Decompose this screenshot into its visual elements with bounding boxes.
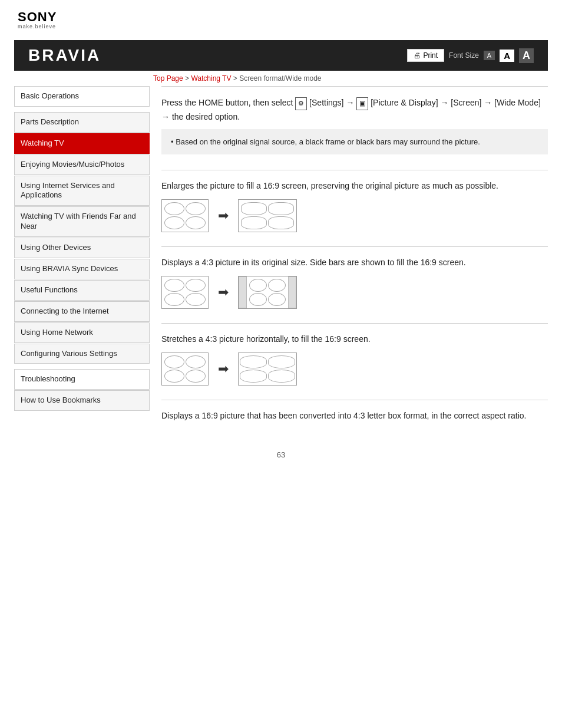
circle (268, 279, 286, 292)
breadcrumb-sep2: > (231, 74, 239, 83)
circle (164, 370, 184, 383)
right-sidebar-bar (288, 276, 296, 308)
bravia-banner: BRAVIA 🖨 Print Font Size A A A (14, 40, 548, 71)
circles-43-normal-before (162, 276, 208, 308)
mode-normal-desc: Displays a 4:3 picture in its original s… (161, 256, 548, 269)
sidebar: Basic Operations Parts Description Watch… (14, 86, 150, 439)
circle (268, 293, 286, 306)
sony-logo: SONY (18, 11, 544, 24)
breadcrumb-top-page[interactable]: Top Page (153, 74, 183, 83)
circle (241, 202, 267, 215)
sidebar-item-enjoying-movies[interactable]: Enjoying Movies/Music/Photos (14, 154, 150, 175)
print-icon: 🖨 (414, 51, 421, 60)
arrow-icon: ➡ (218, 361, 229, 377)
sidebar-item-watching-tv[interactable]: Watching TV (14, 133, 150, 154)
sidebar-item-useful-functions[interactable]: Useful Functions (14, 280, 150, 301)
mode-wide-zoom-desc: Enlarges the picture to fill a 16:9 scre… (161, 180, 548, 192)
circle (164, 216, 184, 229)
note-text: Based on the original signal source, a b… (176, 137, 480, 146)
sidebar-item-basic-operations[interactable]: Basic Operations (14, 86, 150, 107)
sidebar-item-internet-services[interactable]: Using Internet Services and Applications (14, 176, 150, 206)
banner-controls: 🖨 Print Font Size A A A (407, 48, 534, 63)
font-medium-button[interactable]: A (500, 50, 514, 62)
screen-before-full (161, 353, 209, 386)
circle (186, 370, 206, 383)
sidebar-item-troubleshooting[interactable]: Troubleshooting (14, 369, 150, 390)
circle (164, 355, 184, 368)
mode-zoom-desc: Displays a 16:9 picture that has been co… (161, 410, 548, 422)
screen-after-full (238, 353, 297, 386)
font-small-button[interactable]: A (484, 51, 495, 60)
sidebar-item-configuring-settings[interactable]: Configuring Various Settings (14, 344, 150, 364)
arrow-icon: ➡ (218, 208, 229, 223)
circle (186, 202, 206, 215)
breadcrumb-sep1: > (183, 74, 191, 83)
sidebar-divider-2 (14, 364, 150, 369)
sidebar-item-watching-friends[interactable]: Watching TV with Friends Far and Near (14, 206, 150, 237)
mode-full: Stretches a 4:3 picture horizontally, to… (161, 323, 548, 400)
screen-after-wide-zoom (238, 199, 297, 232)
diagram-full: ➡ (161, 353, 548, 386)
circle (241, 216, 267, 229)
circle (186, 355, 206, 368)
circle (249, 293, 267, 306)
logo-area: SONY make.believe (0, 0, 562, 35)
settings-icon: ⚙ (295, 97, 307, 110)
note-box: • Based on the original signal source, a… (161, 129, 548, 155)
sidebar-item-connecting-internet[interactable]: Connecting to the Internet (14, 301, 150, 322)
page-number: 63 (0, 439, 562, 465)
circle (240, 355, 267, 368)
circles-wide-after (239, 200, 296, 232)
breadcrumb-watching-tv[interactable]: Watching TV (191, 74, 231, 83)
instruction-text: Press the HOME button, then select ⚙ [Se… (161, 96, 548, 123)
bravia-title: BRAVIA (28, 46, 101, 65)
circle (268, 216, 294, 229)
center-circles (247, 276, 288, 308)
circle (164, 279, 184, 292)
circle (268, 202, 294, 215)
picture-icon: ▣ (356, 97, 368, 110)
circle (186, 216, 206, 229)
screen-before-wide-zoom (161, 199, 209, 232)
font-size-label: Font Size (449, 51, 479, 60)
circle (268, 370, 295, 383)
note-bullet: • (171, 137, 176, 146)
print-label: Print (423, 51, 438, 60)
circle (240, 370, 267, 383)
mode-wide-zoom: Enlarges the picture to fill a 16:9 scre… (161, 170, 548, 246)
mode-full-desc: Stretches a 4:3 picture horizontally, to… (161, 333, 548, 345)
circles-43-full-before (162, 353, 208, 385)
main-layout: Basic Operations Parts Description Watch… (0, 86, 562, 439)
mode-zoom: Displays a 16:9 picture that has been co… (161, 400, 548, 439)
screen-after-normal (238, 276, 297, 309)
sidebar-item-home-network[interactable]: Using Home Network (14, 322, 150, 343)
diagram-wide-zoom: ➡ (161, 199, 548, 232)
circle (249, 279, 267, 292)
print-button[interactable]: 🖨 Print (407, 49, 444, 62)
left-sidebar-bar (239, 276, 247, 308)
sidebar-divider-1 (14, 107, 150, 112)
circles-stretch-after (239, 353, 296, 385)
diagram-normal: ➡ (161, 276, 548, 309)
font-large-button[interactable]: A (519, 48, 534, 63)
screen-before-normal (161, 276, 209, 309)
breadcrumb: Top Page > Watching TV > Screen format/W… (0, 71, 562, 86)
sidebars-layout (239, 276, 296, 308)
instruction-section: Press the HOME button, then select ⚙ [Se… (161, 86, 548, 170)
breadcrumb-current: Screen format/Wide mode (239, 74, 321, 83)
sidebar-item-parts-description[interactable]: Parts Description (14, 112, 150, 133)
circle (164, 293, 184, 306)
circle (186, 293, 206, 306)
sidebar-item-other-devices[interactable]: Using Other Devices (14, 238, 150, 258)
arrow-icon: ➡ (218, 285, 229, 300)
sony-tagline: make.believe (18, 24, 544, 29)
sidebar-item-bravia-sync[interactable]: Using BRAVIA Sync Devices (14, 259, 150, 279)
circle (268, 355, 295, 368)
circle (164, 202, 184, 215)
mode-normal: Displays a 4:3 picture in its original s… (161, 246, 548, 323)
content-area: Press the HOME button, then select ⚙ [Se… (150, 86, 548, 439)
circle (186, 279, 206, 292)
circles-43-before (162, 200, 208, 232)
sidebar-item-how-to-use[interactable]: How to Use Bookmarks (14, 390, 150, 411)
